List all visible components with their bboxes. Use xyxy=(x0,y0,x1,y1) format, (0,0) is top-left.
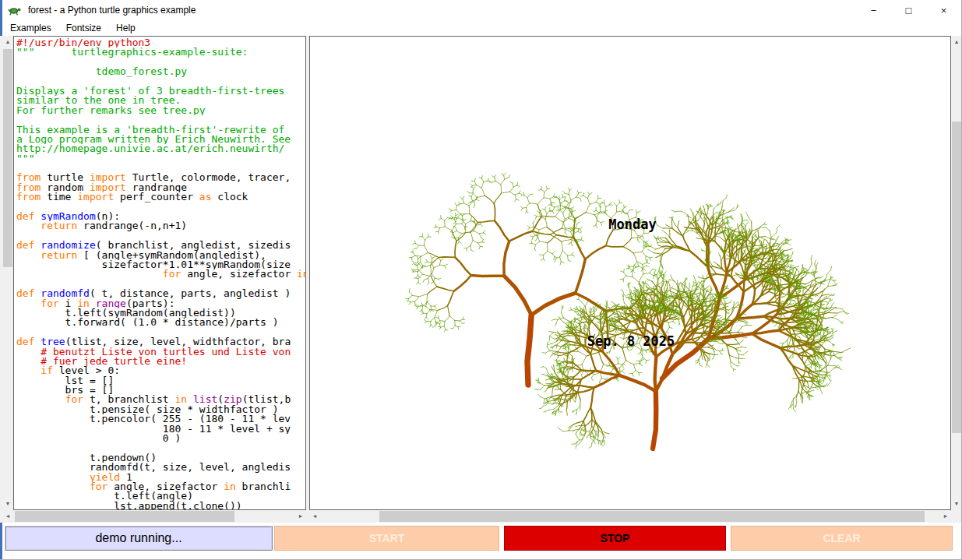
scroll-left-icon[interactable]: ◄ xyxy=(309,510,320,523)
code-line: from time import perf_counter as clock xyxy=(16,192,305,202)
title-bar[interactable]: forest - a Python turtle graphics exampl… xyxy=(2,0,961,20)
status-label: demo running... xyxy=(5,526,273,551)
code-line: for angle, sizefactor in branchli xyxy=(16,482,305,491)
code-line: """ turtlegraphics-example-suite: xyxy=(16,48,305,57)
menu-bar: Examples Fontsize Help xyxy=(2,20,961,36)
code-line: Displays a 'forest' of 3 breadth-first-t… xyxy=(16,86,305,96)
code-line: lst = [] xyxy=(16,376,305,386)
code-line: #!/usr/bin/env python3 xyxy=(16,38,305,48)
code-line: 180 - 11 * level + sy xyxy=(16,424,305,434)
scroll-down-icon[interactable]: ▼ xyxy=(2,498,13,510)
scroll-up-icon[interactable]: ▲ xyxy=(2,36,13,48)
scroll-right-icon[interactable]: ► xyxy=(295,510,306,523)
code-line: t.pendown() xyxy=(16,453,305,463)
code-line: t.pensize( size * widthfactor ) xyxy=(16,405,305,414)
code-line: 0 ) xyxy=(16,434,305,443)
minimize-button[interactable]: − xyxy=(856,0,891,20)
tree-branches-left-tree-level-10 xyxy=(527,315,531,385)
code-line: for t, branchlist in list(zip(tlist,b xyxy=(16,395,305,404)
canvas-horizontal-scrollbar[interactable]: ◄ ► xyxy=(309,510,951,523)
code-line: randomfd(t, size, level, angledis xyxy=(16,463,305,472)
code-line: # benutzt Liste von turtles und Liste vo… xyxy=(16,347,305,357)
close-icon: × xyxy=(941,5,947,16)
scroll-down-icon[interactable]: ▼ xyxy=(951,498,962,510)
code-line: def randomfd( t, distance, parts, angled… xyxy=(16,289,305,298)
scroll-left-icon[interactable]: ◄ xyxy=(2,510,13,523)
app-window: forest - a Python turtle graphics exampl… xyxy=(0,0,962,560)
code-line: yield 1 xyxy=(16,473,305,482)
menu-help[interactable]: Help xyxy=(109,21,143,35)
bottom-bar: demo running... START STOP CLEAR xyxy=(2,523,961,560)
minimize-icon: − xyxy=(871,5,877,16)
code-line xyxy=(16,115,305,125)
code-line: brs = [] xyxy=(16,386,305,395)
canvas-hscroll-thumb[interactable] xyxy=(379,511,925,522)
code-line: # fuer jede turtle eine! xyxy=(16,357,305,366)
tree-branches-right-tree-level-2 xyxy=(647,198,851,409)
scroll-right-icon[interactable]: ► xyxy=(940,510,951,523)
code-line: tdemo_forest.py xyxy=(16,67,305,76)
canvas-vscroll-thumb[interactable] xyxy=(952,122,961,433)
window-title: forest - a Python turtle graphics exampl… xyxy=(28,5,196,16)
start-button[interactable]: START xyxy=(274,526,499,551)
menu-fontsize[interactable]: Fontsize xyxy=(59,21,108,35)
code-line: t.forward( (1.0 * distance)/parts ) xyxy=(16,318,305,327)
maximize-button[interactable]: □ xyxy=(891,0,926,20)
code-line: t.left(angle) xyxy=(16,491,305,501)
code-line xyxy=(16,443,305,453)
canvas-label: Monday xyxy=(608,217,656,232)
code-hscroll-thumb[interactable] xyxy=(15,511,234,522)
code-line: def tree(tlist, size, level, widthfactor… xyxy=(16,337,305,347)
code-line: def symRandom(n): xyxy=(16,212,305,221)
code-line: similar to the one in tree. xyxy=(16,96,305,105)
code-line: For further remarks see tree.py xyxy=(16,106,305,115)
forest-drawing xyxy=(310,37,950,509)
code-line xyxy=(16,328,305,337)
code-line xyxy=(16,77,305,86)
code-line: from turtle import Turtle, colormode, tr… xyxy=(16,173,305,182)
code-line: This example is a 'breadth-first'-rewrit… xyxy=(16,125,305,135)
code-line: return randrange(-n,n+1) xyxy=(16,221,305,231)
scrollbar-corner xyxy=(951,510,962,523)
tree-branches-left-tree-level-2 xyxy=(409,175,673,382)
code-line: t.left(symRandom(angledist)) xyxy=(16,308,305,318)
code-line: a Logo program written by Erich Neuwirth… xyxy=(16,135,305,144)
close-button[interactable]: × xyxy=(926,0,961,20)
menu-examples[interactable]: Examples xyxy=(3,21,58,35)
code-line xyxy=(16,203,305,212)
code-line: lst.append(t.clone()) xyxy=(16,502,305,510)
scroll-up-icon[interactable]: ▲ xyxy=(951,36,962,48)
clear-button[interactable]: CLEAR xyxy=(731,526,953,551)
code-line: http://homepage.univie.ac.at/erich.neuwi… xyxy=(16,144,305,153)
turtle-canvas[interactable]: MondaySep. 8 2025 xyxy=(309,36,951,510)
code-line: t.pencolor( 255 - (180 - 11 * lev xyxy=(16,414,305,424)
code-line: sizefactor*1.01**symRandom(size xyxy=(16,260,305,269)
stop-button[interactable]: STOP xyxy=(504,526,726,551)
code-line: return [ (angle+symRandom(angledist), xyxy=(16,251,305,260)
canvas-vertical-scrollbar[interactable]: ▲ ▼ xyxy=(951,36,962,510)
code-text: #!/usr/bin/env python3""" turtlegraphics… xyxy=(14,37,305,510)
window-controls: − □ × xyxy=(856,0,961,20)
turtle-icon xyxy=(8,5,22,16)
code-line: for angle, sizefactor in xyxy=(16,269,305,279)
code-line: for i in range(parts): xyxy=(16,299,305,308)
tree-branches-left-tree-level-9 xyxy=(504,276,575,315)
maximize-icon: □ xyxy=(906,5,912,16)
code-viewer[interactable]: #!/usr/bin/env python3""" turtlegraphics… xyxy=(13,36,306,510)
code-line: from random import randrange xyxy=(16,183,305,192)
code-line xyxy=(16,164,305,173)
code-vertical-scrollbar[interactable]: ▲ ▼ xyxy=(2,36,13,510)
code-horizontal-scrollbar[interactable]: ◄ ► xyxy=(2,510,306,523)
code-line xyxy=(16,280,305,289)
code-line xyxy=(16,231,305,241)
tree-branches-center-tree-level-10 xyxy=(653,391,656,449)
code-vscroll-thumb[interactable] xyxy=(3,49,12,267)
code-line: if level > 0: xyxy=(16,366,305,375)
code-line xyxy=(16,58,305,67)
canvas-label: Sep. 8 2025 xyxy=(587,333,675,349)
code-line: """ xyxy=(16,154,305,164)
tree-branches-left-tree-level-8 xyxy=(471,241,606,312)
code-line: def randomize( branchlist, angledist, si… xyxy=(16,241,305,250)
